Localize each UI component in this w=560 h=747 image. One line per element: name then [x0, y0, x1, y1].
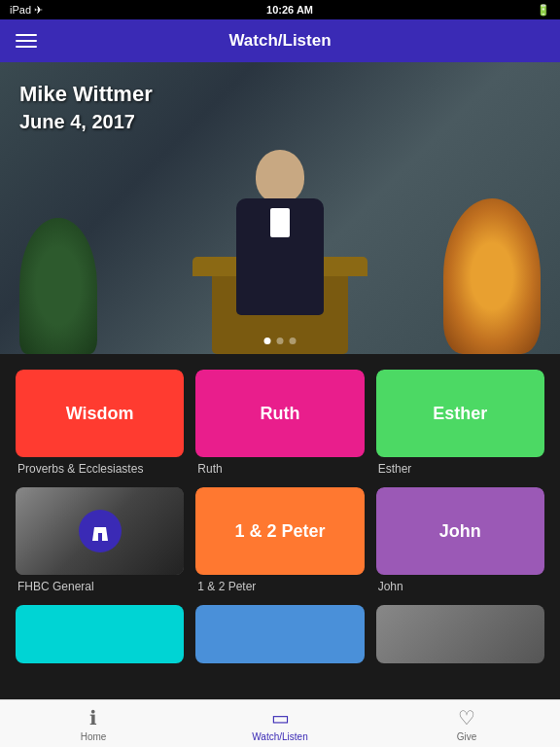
- grid-row-3: [16, 605, 544, 663]
- person-head: [256, 150, 304, 203]
- status-time: 10:26 AM: [266, 4, 313, 16]
- tile-esther[interactable]: Esther: [376, 370, 544, 457]
- label-john: John: [376, 580, 544, 593]
- card-ruth[interactable]: Ruth Ruth: [195, 370, 364, 476]
- label-wisdom: Proverbs & Ecclesiastes: [16, 462, 184, 476]
- status-left: iPad ✈: [10, 4, 43, 17]
- tab-watch-listen[interactable]: ▭ Watch/Listen: [187, 706, 373, 742]
- tile-john[interactable]: John: [376, 487, 544, 575]
- menu-button[interactable]: [16, 34, 37, 48]
- watch-icon: ▭: [271, 706, 290, 729]
- hero-date: June 4, 2017: [19, 111, 153, 133]
- label-ruth: Ruth: [195, 462, 364, 476]
- nav-bar: Watch/Listen: [0, 19, 560, 62]
- carousel-dots: [264, 338, 297, 344]
- label-fhbc: FHBC General: [16, 580, 184, 593]
- home-icon: ℹ: [89, 706, 97, 729]
- grid-row-2: FHBC General 1 & 2 Peter 1 & 2 Peter Joh…: [16, 487, 544, 593]
- card-wisdom[interactable]: Wisdom Proverbs & Ecclesiastes: [16, 370, 184, 476]
- tab-bar: ℹ Home ▭ Watch/Listen ♡ Give: [0, 699, 560, 747]
- tab-home[interactable]: ℹ Home: [0, 706, 187, 742]
- hero-text: Mike Wittmer June 4, 2017: [19, 82, 153, 133]
- carousel-dot-3: [290, 338, 297, 344]
- nav-title: Watch/Listen: [228, 31, 331, 51]
- tab-give-label: Give: [457, 731, 477, 742]
- carousel-dot-1: [264, 338, 271, 344]
- status-right: 🔋: [537, 4, 550, 17]
- card-peter[interactable]: 1 & 2 Peter 1 & 2 Peter: [195, 487, 364, 593]
- tile-photo-small[interactable]: [376, 605, 544, 663]
- tile-ruth[interactable]: Ruth: [195, 370, 364, 457]
- plant-right-decoration: [443, 198, 541, 354]
- carousel-dot-2: [277, 338, 284, 344]
- speaker-figure: [231, 150, 329, 325]
- tab-home-label: Home: [81, 731, 107, 742]
- label-peter: 1 & 2 Peter: [195, 580, 364, 593]
- hero-speaker-name: Mike Wittmer: [19, 82, 153, 107]
- tile-fhbc[interactable]: [16, 487, 184, 575]
- card-fhbc[interactable]: FHBC General: [16, 487, 184, 593]
- card-john[interactable]: John John: [376, 487, 544, 593]
- tile-teal[interactable]: [16, 605, 184, 663]
- card-esther[interactable]: Esther Esther: [376, 370, 544, 476]
- battery-icon: 🔋: [537, 4, 550, 17]
- fhbc-church-icon: [79, 510, 122, 552]
- status-device: iPad ✈: [10, 4, 43, 17]
- tab-watch-label: Watch/Listen: [252, 731, 307, 742]
- tile-blue[interactable]: [195, 605, 364, 663]
- person-body: [236, 198, 324, 315]
- plant-left-decoration: [19, 218, 97, 354]
- grid-row-1: Wisdom Proverbs & Ecclesiastes Ruth Ruth…: [16, 370, 544, 476]
- label-esther: Esther: [376, 462, 544, 476]
- svg-point-0: [98, 528, 102, 532]
- tile-peter[interactable]: 1 & 2 Peter: [195, 487, 364, 575]
- hero-banner[interactable]: Mike Wittmer June 4, 2017: [0, 62, 560, 354]
- content-area: Wisdom Proverbs & Ecclesiastes Ruth Ruth…: [0, 354, 560, 679]
- tile-wisdom[interactable]: Wisdom: [16, 370, 184, 457]
- give-icon: ♡: [458, 706, 475, 729]
- status-bar: iPad ✈ 10:26 AM 🔋: [0, 0, 560, 19]
- tab-give[interactable]: ♡ Give: [373, 706, 560, 742]
